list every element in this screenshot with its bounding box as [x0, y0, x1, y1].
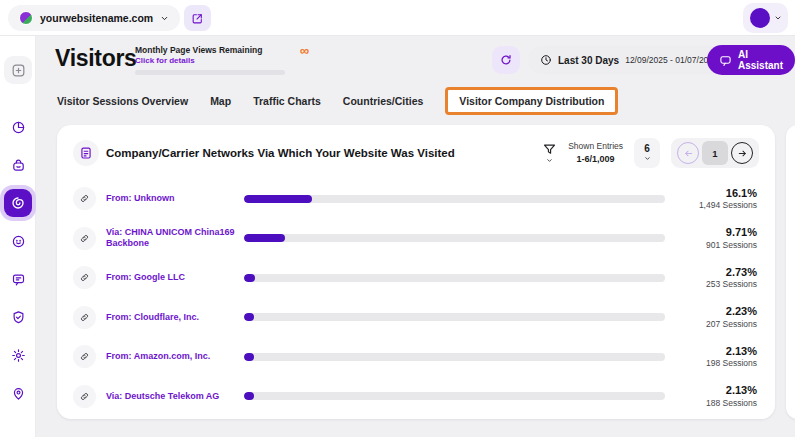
page-title: Visitors — [55, 45, 137, 72]
shown-entries: Shown Entries 1-6/1,009 — [568, 141, 623, 165]
company-link[interactable]: From: Cloudflare, Inc. — [106, 312, 244, 323]
link-icon — [73, 306, 96, 329]
sidebar-item-privacy[interactable] — [4, 303, 32, 331]
website-name: yourwebsitename.com — [40, 12, 153, 24]
tab-countries-cities[interactable]: Countries/Cities — [343, 95, 424, 107]
website-selector[interactable]: yourwebsitename.com — [8, 5, 180, 31]
target-face-icon — [11, 234, 26, 249]
filter-button[interactable] — [542, 142, 557, 164]
chat-icon — [719, 54, 732, 67]
session-percentage: 2.13% — [677, 384, 757, 398]
card-title: Company/Carrier Networks Via Which Your … — [106, 147, 455, 159]
company-link[interactable]: From: Google LLC — [106, 272, 244, 283]
sessions-bar-fill — [244, 313, 254, 321]
sidebar-item-modules[interactable] — [4, 151, 32, 179]
add-website-icon — [11, 63, 26, 78]
quota-details-link[interactable]: Click for details — [135, 56, 287, 65]
topbar: yourwebsitename.com — [0, 0, 795, 36]
company-link[interactable]: Via: CHINA UNICOM China169 Backbone — [106, 227, 244, 249]
company-list: From: Unknown 16.1% 1,494 Sessions Via: … — [57, 177, 775, 416]
tab-visitor-company-distribution[interactable]: Visitor Company Distribution — [445, 87, 618, 115]
sidebar-item-add-website[interactable] — [4, 56, 32, 84]
session-percentage: 2.23% — [677, 305, 757, 319]
session-count: 901 Sessions — [677, 240, 757, 251]
date-range-value: 12/09/2025 - 01/07/2026 — [625, 55, 718, 65]
company-link[interactable]: From: Amazon.com, Inc. — [106, 351, 244, 362]
shown-entries-label: Shown Entries — [568, 141, 623, 152]
refresh-icon — [499, 53, 513, 67]
next-page-button[interactable] — [731, 142, 753, 164]
app-root: yourwebsitename.com Visitors Monthly Pag… — [0, 0, 795, 437]
sidebar-item-statistics[interactable] — [4, 113, 32, 141]
sessions-bar-track — [244, 195, 665, 203]
shown-entries-value: 1-6/1,009 — [568, 153, 623, 165]
sessions-bar-track — [244, 353, 665, 361]
company-row: From: Amazon.com, Inc. 2.13% 198 Session… — [57, 337, 775, 377]
sidebar-item-location[interactable] — [4, 379, 32, 407]
location-pin-icon — [11, 386, 26, 401]
ai-assistant-button[interactable]: AI Assistant — [707, 45, 795, 75]
arrow-left-icon — [683, 148, 694, 159]
arrow-right-icon — [737, 148, 748, 159]
card-controls: Shown Entries 1-6/1,009 6 1 — [542, 138, 759, 168]
company-row: From: Unknown 16.1% 1,494 Sessions — [57, 179, 775, 219]
current-page: 1 — [702, 141, 728, 165]
visitors-swirl-icon — [10, 195, 26, 211]
sidebar-item-visitors[interactable] — [4, 189, 32, 217]
company-link[interactable]: From: Unknown — [106, 193, 244, 204]
session-percentage: 2.13% — [677, 345, 757, 359]
link-icon — [73, 187, 96, 210]
row-stats: 9.71% 901 Sessions — [677, 226, 757, 250]
sessions-bar-track — [244, 392, 665, 400]
profile-menu[interactable] — [743, 3, 788, 33]
chevron-down-icon — [644, 155, 651, 162]
row-stats: 2.13% 188 Sessions — [677, 384, 757, 408]
sidebar-item-behavior[interactable] — [4, 227, 32, 255]
date-preset-label: Last 30 Days — [558, 55, 619, 66]
adjacent-card-edge — [786, 125, 795, 419]
row-stats: 2.23% 207 Sessions — [677, 305, 757, 329]
tab-visitor-sessions-overview[interactable]: Visitor Sessions Overview — [57, 95, 188, 107]
pagination: 1 — [671, 138, 759, 168]
previous-page-button[interactable] — [677, 142, 699, 164]
tab-map[interactable]: Map — [210, 95, 231, 107]
sessions-bar-fill — [244, 234, 285, 242]
gear-icon — [11, 348, 26, 363]
tab-traffic-charts[interactable]: Traffic Charts — [253, 95, 321, 107]
open-website-button[interactable] — [184, 5, 211, 31]
session-percentage: 9.71% — [677, 226, 757, 240]
page-size-value: 6 — [644, 144, 650, 154]
session-count: 198 Sessions — [677, 358, 757, 369]
chat-bubble-icon — [11, 272, 26, 287]
session-percentage: 16.1% — [677, 187, 757, 201]
external-link-icon — [191, 12, 204, 25]
company-row: Via: Deutsche Telekom AG 2.13% 188 Sessi… — [57, 377, 775, 417]
sidebar-item-communication[interactable] — [4, 265, 32, 293]
sidebar-item-settings[interactable] — [4, 341, 32, 369]
bag-icon — [11, 158, 26, 173]
session-percentage: 2.73% — [677, 266, 757, 280]
refresh-button[interactable] — [492, 46, 520, 74]
sessions-bar-fill — [244, 392, 254, 400]
link-icon — [73, 385, 96, 408]
session-count: 207 Sessions — [677, 319, 757, 330]
twipla-logo-icon — [19, 11, 33, 25]
session-count: 253 Sessions — [677, 279, 757, 290]
pie-chart-icon — [11, 120, 26, 135]
chevron-down-icon — [774, 14, 782, 22]
session-count: 1,494 Sessions — [677, 200, 757, 211]
sessions-bar-track — [244, 234, 665, 242]
quota-progress-bar — [135, 70, 285, 75]
quota-label: Monthly Page Views Remaining — [135, 45, 287, 55]
page-size-dropdown[interactable]: 6 — [634, 138, 660, 168]
funnel-filter-icon — [542, 142, 557, 157]
link-icon — [73, 227, 96, 250]
infinity-icon: ∞ — [300, 46, 309, 56]
link-icon — [73, 345, 96, 368]
row-stats: 16.1% 1,494 Sessions — [677, 187, 757, 211]
report-document-icon — [73, 140, 99, 166]
session-count: 188 Sessions — [677, 398, 757, 409]
company-link[interactable]: Via: Deutsche Telekom AG — [106, 391, 244, 402]
chevron-down-icon — [546, 157, 553, 164]
card-header: Company/Carrier Networks Via Which Your … — [57, 125, 775, 177]
